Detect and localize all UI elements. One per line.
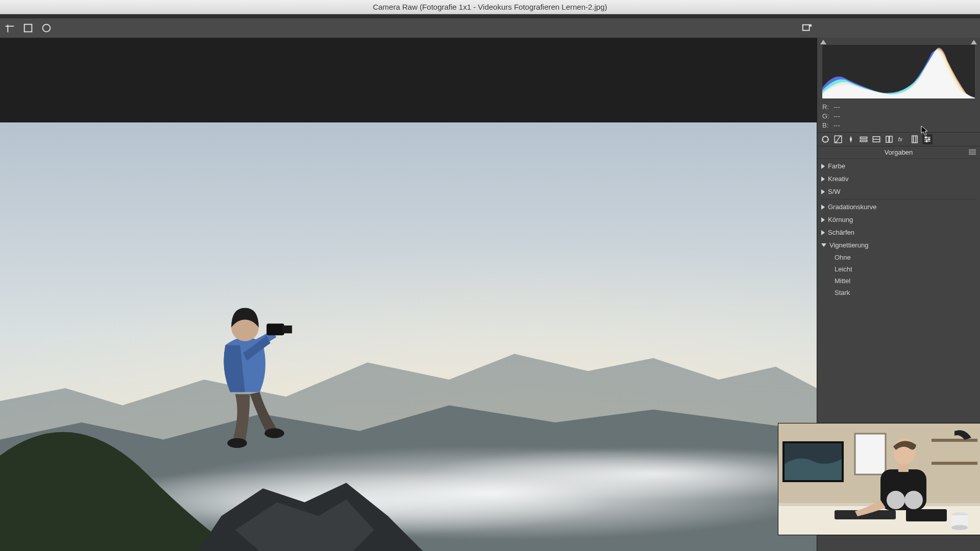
panel-title-label: Vorgaben: [885, 148, 913, 156]
svg-rect-25: [932, 439, 977, 442]
rgb-b-value: ---: [834, 121, 840, 129]
svg-rect-0: [24, 24, 32, 32]
tab-basic-icon[interactable]: [820, 134, 830, 144]
tab-split-icon[interactable]: [871, 134, 881, 144]
svg-point-19: [926, 140, 927, 142]
svg-rect-26: [932, 462, 977, 465]
top-toolbar: [0, 18, 980, 38]
preset-group-label: Schärfen: [828, 229, 854, 236]
preset-group-label: Kreativ: [828, 175, 848, 183]
svg-rect-13: [886, 136, 889, 142]
tab-fx-icon[interactable]: fx: [897, 134, 907, 144]
crop-icon[interactable]: [4, 22, 15, 34]
rgb-g-label: G:: [822, 112, 834, 121]
preset-group-label: S/W: [828, 188, 841, 195]
tab-detail-icon[interactable]: [846, 134, 856, 144]
preset-group-kreativ[interactable]: Kreativ: [817, 172, 980, 185]
tab-presets-icon[interactable]: [922, 134, 933, 144]
svg-text:fx: fx: [898, 136, 903, 142]
image-canvas[interactable]: [0, 38, 817, 551]
preset-item-ohne[interactable]: Ohne: [817, 252, 980, 263]
svg-rect-30: [906, 509, 947, 521]
rgb-g-value: ---: [834, 112, 840, 120]
preset-group-farbe[interactable]: Farbe: [817, 160, 980, 172]
svg-point-36: [904, 491, 923, 509]
rgb-r-value: ---: [834, 103, 840, 111]
svg-point-17: [925, 137, 927, 138]
svg-rect-16: [912, 136, 918, 143]
svg-rect-3: [266, 324, 284, 336]
svg-rect-10: [860, 137, 867, 139]
photo-preview: [0, 122, 817, 551]
tab-hsl-icon[interactable]: [859, 134, 869, 144]
webcam-overlay: [778, 423, 980, 535]
menu-strip: [0, 14, 980, 18]
window-titlebar: Camera Raw (Fotografie 1x1 - Videokurs F…: [0, 0, 980, 14]
preset-group-label: Körnung: [828, 216, 853, 223]
preset-group-label: Gradationskurve: [828, 203, 876, 211]
histogram[interactable]: [817, 38, 980, 102]
fullscreen-toggle-icon[interactable]: [801, 22, 813, 34]
preset-group-schaerfen[interactable]: Schärfen: [817, 226, 980, 239]
preset-group-gradationskurve[interactable]: Gradationskurve: [817, 201, 980, 213]
tab-lens-icon[interactable]: [884, 134, 894, 144]
highlight-clip-icon[interactable]: [971, 40, 977, 44]
rgb-readout: R:--- G:--- B:---: [817, 102, 980, 132]
panel-menu-icon[interactable]: [969, 149, 976, 156]
preset-group-label: Farbe: [828, 162, 845, 170]
window-title: Camera Raw (Fotografie 1x1 - Videokurs F…: [373, 3, 607, 11]
svg-rect-14: [890, 136, 892, 142]
rgb-r-label: R:: [822, 103, 834, 112]
panel-tabs: fx: [817, 132, 980, 146]
tab-tonecurve-icon[interactable]: [833, 134, 843, 144]
panel-title: Vorgaben: [817, 146, 980, 159]
tab-calibration-icon[interactable]: [910, 134, 920, 144]
svg-rect-21: [855, 434, 886, 474]
svg-point-6: [227, 438, 247, 448]
preset-item-mittel[interactable]: Mittel: [817, 275, 980, 287]
preset-group-vignettierung[interactable]: Vignettierung: [817, 239, 980, 252]
svg-point-18: [928, 139, 930, 140]
circle-view-icon[interactable]: [41, 22, 52, 34]
shadow-clip-icon[interactable]: [820, 40, 826, 44]
preset-item-stark[interactable]: Stark: [817, 287, 980, 298]
preset-group-sw[interactable]: S/W: [817, 185, 980, 198]
preset-item-leicht[interactable]: Leicht: [817, 263, 980, 275]
svg-point-33: [951, 525, 968, 530]
single-view-icon[interactable]: [22, 22, 34, 34]
svg-rect-4: [282, 325, 292, 333]
rgb-b-label: B:: [822, 121, 834, 130]
svg-point-1: [43, 24, 51, 32]
preset-group-koernung[interactable]: Körnung: [817, 213, 980, 226]
svg-point-35: [887, 491, 905, 509]
preset-group-label: Vignettierung: [829, 241, 868, 249]
svg-point-7: [264, 429, 284, 438]
svg-rect-2: [803, 25, 810, 31]
svg-rect-11: [860, 140, 867, 142]
